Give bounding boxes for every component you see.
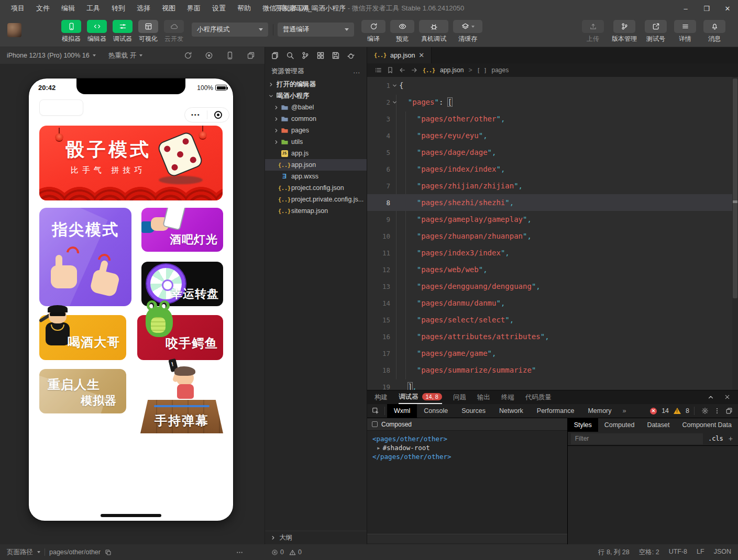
code-line-18[interactable]: 18 "pages/summarize/summarize" [367,362,738,378]
menu-item-帮助[interactable]: 帮助 [232,0,257,17]
styles-tab-Styles[interactable]: Styles [568,418,598,432]
search-icon[interactable] [286,51,294,60]
menu-item-文件[interactable]: 文件 [30,0,56,17]
action-branch-button[interactable]: 版本管理 [610,20,638,43]
预览-button[interactable]: 预览 [390,20,414,43]
encoding-setting[interactable]: UTF-8 [669,548,687,557]
tree-item-project.private.config.js...[interactable]: {..}project.private.config.js... [265,194,367,205]
编译-button[interactable]: 编译 [361,20,385,43]
code-line-12[interactable]: 12 "pages/web/web", [367,261,738,278]
maximize-button[interactable]: ❒ [696,0,717,17]
devtools-tab-Sources[interactable]: Sources [455,404,492,418]
hot-reload-toggle[interactable]: 热重载 开 [108,51,142,60]
kebab-menu-icon[interactable] [713,407,721,415]
plugin-icon[interactable] [347,51,355,60]
menu-item-界面[interactable]: 界面 [181,0,206,17]
eol-setting[interactable]: LF [697,548,704,557]
真机调试-button[interactable]: 真机调试 [419,20,448,43]
debugger-tab-代码质量[interactable]: 代码质量 [525,390,552,404]
code-line-11[interactable]: 11 "pages/index3/index", [367,244,738,261]
problems-counter[interactable]: 0 0 [271,548,302,556]
debugger-tab-终端[interactable]: 终端 [501,390,514,404]
tree-item-app.wxss[interactable]: Ǝapp.wxss [265,171,367,182]
tree-item-pages[interactable]: pages [265,125,367,136]
explorer-more-button[interactable]: ... [354,68,360,75]
menu-item-转到[interactable]: 转到 [106,0,131,17]
warning-badge-icon[interactable] [674,408,681,414]
styles-tab-Computed[interactable]: Computed [598,418,641,432]
code-line-8[interactable]: 8 "pages/shezhi/shezhi", [367,194,738,211]
code-line-2[interactable]: 2 "pages": [ [367,94,738,110]
tree-item-common[interactable]: common [265,113,367,125]
stop-icon[interactable] [205,51,213,60]
code-line-5[interactable]: 5 "pages/dage/dage", [367,144,738,161]
code-line-4[interactable]: 4 "pages/eyu/eyu", [367,127,738,144]
tree-item--[interactable]: 打开的编辑器 [265,79,367,90]
toggle-phone-button[interactable]: 模拟器 [60,20,82,43]
menu-item-项目[interactable]: 项目 [5,0,30,17]
wxml-open-tag[interactable]: <pages/other/other> [372,434,567,443]
styles-filter-input[interactable] [571,433,703,444]
collapse-panel-icon[interactable] [707,394,714,401]
close-icon[interactable]: ✕ [418,51,424,59]
error-badge-icon[interactable]: ✕ [650,408,657,415]
gear-icon[interactable] [701,407,709,415]
fold-chevron-icon[interactable] [390,83,399,88]
cls-toggle[interactable]: .cls [703,435,729,442]
ellipsis-icon[interactable] [236,548,244,556]
close-button[interactable]: ✕ [717,0,738,17]
refresh-icon[interactable] [184,51,192,60]
more-tabs-icon[interactable]: » [619,407,631,415]
indentation-setting[interactable]: 空格: 2 [639,548,659,557]
capsule-close-icon[interactable] [207,111,229,119]
toggle-code-button[interactable]: 编辑器 [86,20,108,43]
devtools-tab-Performance[interactable]: Performance [530,404,581,418]
tab-app-json[interactable]: {..} app.json ✕ [367,47,432,63]
devtools-tab-Wxml[interactable]: Wxml [387,404,417,418]
menu-item-编辑[interactable]: 编辑 [56,0,81,17]
code-line-6[interactable]: 6 "pages/index/index", [367,161,738,177]
action-external-button[interactable]: 测试号 [644,20,668,43]
navigate-back-icon[interactable] [399,66,406,74]
action-menu-button[interactable]: 详情 [673,20,697,43]
dock-window-icon[interactable] [725,407,733,415]
outline-list-icon[interactable] [374,66,382,74]
tree-item--[interactable]: 喝酒小程序 [265,90,367,102]
code-line-10[interactable]: 10 "pages/zhuanpan/zhuanpan", [367,228,738,244]
tile-drinking-bro[interactable]: 喝酒大哥 [39,315,126,360]
toggle-layout-button[interactable]: 可视化 [137,20,159,43]
language-mode[interactable]: JSON [714,548,731,557]
grid-icon[interactable] [316,51,325,60]
devtools-tab-Memory[interactable]: Memory [581,404,618,418]
branch-icon[interactable] [301,51,310,60]
debugger-tab-输出[interactable]: 输出 [477,390,490,404]
tile-handheld-danmaku[interactable]: 手持弹幕 [140,361,223,433]
tile-bar-lights[interactable]: 酒吧灯光 [141,208,223,252]
code-line-1[interactable]: 1{ [367,77,738,94]
breadcrumb-file[interactable]: app.json [440,66,464,74]
styles-tab-Dataset[interactable]: Dataset [641,418,676,432]
copy-path-icon[interactable] [105,549,112,556]
toggle-sliders-button[interactable]: 调试器 [112,20,134,43]
composed-checkbox[interactable] [372,421,378,427]
add-style-button[interactable]: + [729,434,738,443]
shadow-root-node[interactable]: ▸ #shadow-root [372,443,567,452]
console-drawer[interactable] [367,534,567,543]
devtools-tab-Network[interactable]: Network [492,404,530,418]
mode-select[interactable]: 小程序模式 [192,23,268,37]
menu-item-视图[interactable]: 视图 [156,0,181,17]
code-line-7[interactable]: 7 "pages/zhijian/zhijian", [367,177,738,194]
styles-tab-Component-Data[interactable]: Component Data [676,418,738,432]
inspect-element-icon[interactable] [367,407,384,415]
tree-item-project.config.json[interactable]: {..}project.config.json [265,182,367,194]
close-panel-icon[interactable] [724,394,731,401]
code-line-13[interactable]: 13 "pages/dengguang/dengguang", [367,278,738,295]
menu-item-工具[interactable]: 工具 [81,0,106,17]
code-line-14[interactable]: 14 "pages/danmu/danmu", [367,295,738,311]
tree-item-sitemap.json[interactable]: {..}sitemap.json [265,205,367,217]
more-dots-icon[interactable]: ••• [185,107,207,122]
action-bell-button[interactable]: 消息 [702,20,726,43]
fold-chevron-icon[interactable] [390,99,399,105]
scrollbar-thumb[interactable] [733,79,737,298]
minimize-button[interactable]: – [675,0,696,17]
